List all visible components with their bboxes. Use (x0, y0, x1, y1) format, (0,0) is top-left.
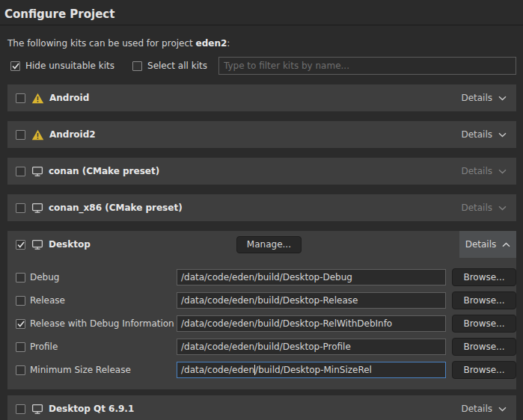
kit-row-desktop[interactable]: Desktop Manage... Details (7, 231, 516, 258)
build-config-label: Minimum Size Release (30, 365, 177, 375)
build-config-list: Debug /data/code/eden/build/Desktop-Debu… (7, 258, 516, 379)
select-all-kits-checkbox[interactable]: Select all kits (132, 61, 207, 71)
details-button[interactable]: Details (461, 93, 516, 103)
build-dir-field-profile[interactable]: /data/code/eden/build/Desktop-Profile (177, 339, 446, 355)
checkbox-box[interactable] (132, 61, 142, 71)
page-title: Configure Project (4, 7, 517, 21)
build-config-row-release: Release /data/code/eden/build/Desktop-Re… (16, 291, 516, 309)
kit-list: Android Details Android2 Details conan (… (7, 84, 516, 420)
build-config-row-relwithdebinfo: Release with Debug Information /data/cod… (16, 315, 516, 333)
checkbox-label: Hide unsuitable kits (25, 61, 114, 71)
kit-checkbox[interactable] (16, 130, 25, 140)
checkmark-icon (12, 63, 19, 70)
checkbox-label: Select all kits (147, 61, 207, 71)
browse-button[interactable]: Browse... (452, 338, 516, 356)
build-dir-field-relwithdebinfo[interactable]: /data/code/eden/build/Desktop-RelWithDeb… (177, 315, 446, 332)
warning-icon (31, 93, 44, 104)
hide-unsuitable-kits-checkbox[interactable]: Hide unsuitable kits (10, 61, 114, 71)
chevron-down-icon (498, 129, 507, 140)
kit-name: Desktop (49, 239, 91, 250)
browse-button[interactable]: Browse... (452, 361, 516, 379)
kit-checkbox[interactable] (16, 404, 25, 414)
browse-button[interactable]: Browse... (452, 315, 516, 333)
monitor-icon (31, 166, 43, 177)
details-button[interactable]: Details (461, 203, 516, 213)
browse-button[interactable]: Browse... (452, 268, 516, 286)
build-dir-field-minsizerel[interactable]: /data/code/eden/build/Desktop-MinSizeRel (177, 362, 446, 378)
build-config-label: Debug (30, 272, 177, 282)
warning-icon (31, 129, 44, 140)
chevron-down-icon (498, 404, 507, 414)
kit-checkbox[interactable] (16, 93, 25, 103)
kit-row-conan[interactable]: conan (CMake preset) Details (7, 158, 516, 185)
kit-filter-input[interactable] (218, 57, 516, 75)
kit-row-android[interactable]: Android Details (7, 84, 516, 111)
intro-text: The following kits can be used for proje… (7, 38, 516, 49)
build-config-row-minsizerel: Minimum Size Release /data/code/eden/bui… (16, 361, 516, 379)
build-dir-field-debug[interactable]: /data/code/eden/build/Desktop-Debug (177, 269, 446, 285)
kit-section-desktop: Desktop Manage... Details Debug /data/co… (7, 231, 516, 389)
kit-checkbox[interactable] (16, 167, 25, 176)
monitor-icon (31, 239, 43, 250)
kit-filter-controls: Hide unsuitable kits Select all kits (10, 57, 516, 75)
chevron-up-icon (502, 239, 510, 250)
checkmark-icon (17, 321, 25, 327)
chevron-down-icon (498, 93, 507, 103)
kit-name: conan_x86 (CMake preset) (49, 203, 183, 213)
kit-checkbox[interactable] (16, 203, 25, 213)
build-config-checkbox[interactable] (16, 296, 25, 306)
title-bar: Configure Project (0, 0, 523, 25)
kit-checkbox[interactable] (16, 240, 25, 250)
kit-name: Desktop Qt 6.9.1 (49, 404, 134, 414)
project-name: eden2 (196, 38, 227, 49)
build-config-label: Release with Debug Information (30, 318, 177, 329)
browse-button[interactable]: Browse... (452, 291, 516, 309)
build-config-checkbox[interactable] (16, 365, 25, 375)
kit-name: Android2 (49, 129, 96, 140)
details-button-expanded[interactable]: Details (459, 231, 516, 258)
manage-button[interactable]: Manage... (236, 236, 302, 253)
chevron-down-icon (498, 203, 507, 213)
kit-row-desktop-qt[interactable]: Desktop Qt 6.9.1 Details (7, 395, 516, 420)
kit-name: conan (CMake preset) (49, 166, 159, 176)
kit-row-conan-x86[interactable]: conan_x86 (CMake preset) Details (7, 194, 516, 221)
chevron-down-icon (498, 166, 507, 176)
checkbox-box[interactable] (10, 61, 20, 71)
details-button[interactable]: Details (461, 166, 516, 176)
build-dir-field-release[interactable]: /data/code/eden/build/Desktop-Release (177, 292, 446, 309)
details-button[interactable]: Details (461, 404, 516, 414)
build-config-label: Release (30, 295, 177, 306)
checkmark-icon (17, 241, 25, 248)
build-config-checkbox[interactable] (16, 273, 25, 282)
monitor-icon (31, 404, 43, 415)
kit-name: Android (49, 93, 89, 103)
build-config-label: Profile (30, 342, 177, 352)
monitor-icon (31, 203, 43, 214)
kit-row-android2[interactable]: Android2 Details (7, 121, 516, 148)
build-config-row-debug: Debug /data/code/eden/build/Desktop-Debu… (16, 268, 516, 286)
build-config-row-profile: Profile /data/code/eden/build/Desktop-Pr… (16, 338, 516, 356)
details-button[interactable]: Details (461, 129, 516, 140)
build-config-checkbox[interactable] (16, 342, 25, 352)
build-config-checkbox[interactable] (16, 319, 25, 329)
